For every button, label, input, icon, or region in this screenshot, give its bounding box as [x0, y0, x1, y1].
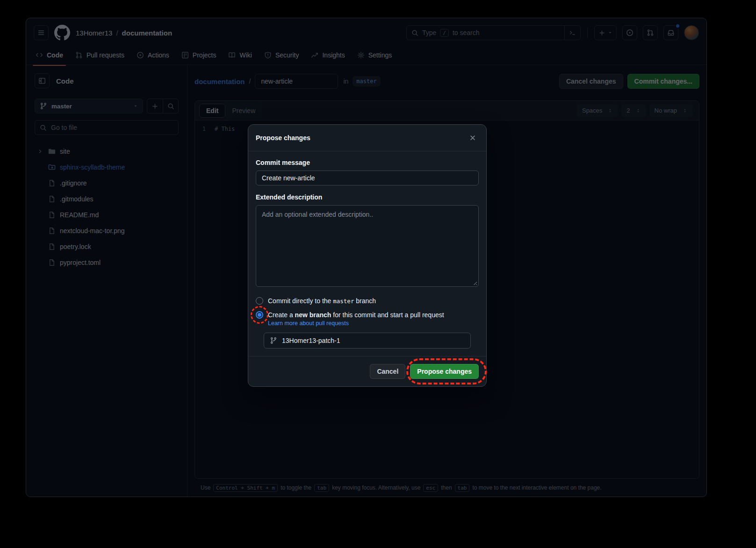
tab-actions[interactable]: Actions [133, 49, 173, 62]
gear-icon [357, 51, 365, 59]
cancel-changes-button[interactable]: Cancel changes [559, 74, 623, 89]
dialog-footer: Cancel Propose changes [248, 356, 486, 386]
git-pull-request-icon [647, 29, 654, 36]
new-branch-name-field [264, 333, 471, 349]
git-branch-icon [270, 337, 277, 344]
github-logo[interactable] [54, 25, 70, 41]
collapse-sidebar-button[interactable] [35, 73, 50, 88]
tree-item-poetry-lock[interactable]: poetry.lock [35, 239, 179, 255]
chevron-right-icon[interactable] [36, 148, 44, 155]
tab-wiki[interactable]: Wiki [224, 49, 255, 62]
new-branch-name-input[interactable] [282, 337, 465, 344]
tree-item-gitignore[interactable]: .gitignore [35, 175, 179, 191]
search-files-button[interactable] [163, 99, 178, 113]
tab-settings-label: Settings [368, 51, 392, 59]
avatar[interactable] [684, 25, 699, 40]
file-icon [48, 227, 56, 235]
sidebar-panel-icon [38, 77, 46, 85]
folder-icon [48, 148, 56, 155]
header-divider [587, 28, 588, 38]
pull-requests-button[interactable] [643, 25, 658, 40]
indent-mode-select[interactable]: Spaces [577, 104, 618, 117]
commit-target-options: Commit directly to the master branch Cre… [256, 296, 479, 320]
tree-item-pyproject-toml[interactable]: pyproject.toml [35, 255, 179, 270]
tab-insights[interactable]: Insights [307, 49, 348, 62]
learn-more-link[interactable]: Learn more about pull requests [268, 320, 349, 327]
branch-selector[interactable]: master [35, 99, 143, 114]
tab-security[interactable]: Security [260, 49, 303, 62]
breadcrumb-separator: / [249, 78, 251, 85]
tab-settings[interactable]: Settings [353, 49, 396, 62]
cancel-button[interactable]: Cancel [370, 364, 405, 379]
radio-commit-direct-label: Commit directly to the master branch [268, 296, 376, 306]
plus-icon [151, 103, 158, 110]
hint-text: to move to the next interactive element … [472, 484, 601, 491]
commit-changes-button[interactable]: Commit changes... [627, 74, 699, 89]
tree-item-sphinx-scylladb-theme[interactable]: sphinx-scylladb-theme [35, 159, 179, 175]
updown-caret-icon [636, 107, 641, 114]
create-new-button[interactable] [594, 25, 617, 40]
close-dialog-button[interactable] [467, 132, 479, 144]
tree-item-label: .gitignore [60, 179, 87, 187]
tree-item-label: nextcloud-mac-tor.png [60, 227, 125, 235]
indent-size-select[interactable]: 2 [621, 104, 645, 117]
updown-caret-icon [683, 107, 687, 114]
breadcrumb-separator: / [116, 29, 118, 37]
search-icon [411, 29, 418, 36]
breadcrumb-repo-link[interactable]: documentation [194, 78, 245, 85]
filename-input[interactable] [255, 74, 338, 89]
github-page: 13Homer13 / documentation Type / to sear… [26, 18, 707, 497]
shield-icon [264, 51, 272, 59]
command-palette-icon[interactable] [564, 26, 580, 40]
in-label: in [343, 78, 348, 85]
commit-message-label: Commit message [256, 159, 479, 166]
propose-changes-button[interactable]: Propose changes [410, 364, 479, 379]
radio-create-branch[interactable]: Create a new branch for this commit and … [256, 310, 479, 320]
line-number: 1 [195, 126, 215, 478]
tab-wiki-label: Wiki [239, 51, 252, 59]
file-submodule-icon [48, 164, 56, 171]
file-tree-sidebar: Code master [26, 65, 187, 497]
tab-preview[interactable]: Preview [225, 104, 262, 118]
tree-item-label: sphinx-scylladb-theme [60, 164, 125, 171]
radio-selected-icon[interactable] [256, 311, 263, 319]
breadcrumb: 13Homer13 / documentation [76, 29, 172, 37]
tree-item-label: poetry.lock [60, 243, 91, 250]
sidebar-actions [147, 99, 179, 114]
editor-toolbar: Edit Preview Spaces 2 [195, 101, 699, 121]
commit-message-input[interactable] [256, 171, 479, 185]
tab-edit[interactable]: Edit [199, 104, 225, 118]
inbox-icon [667, 29, 675, 36]
wrap-mode-select[interactable]: No wrap [649, 104, 692, 117]
radio-unselected-icon[interactable] [256, 297, 263, 305]
editor-actions: Cancel changes Commit changes... [559, 74, 699, 89]
search-icon [167, 103, 174, 110]
global-search-input[interactable]: Type / to search [406, 25, 581, 40]
propose-changes-dialog: Propose changes Commit message Extended … [248, 124, 487, 387]
tab-code-label: Code [47, 51, 63, 59]
go-to-file-input[interactable]: Go to file [35, 120, 179, 135]
octocat-icon [54, 25, 70, 41]
git-branch-icon [40, 102, 47, 110]
tab-security-label: Security [275, 51, 299, 59]
hamburger-menu-button[interactable] [34, 25, 49, 40]
tree-item-readme[interactable]: README.md [35, 207, 179, 223]
add-file-button[interactable] [147, 99, 163, 113]
tree-item-nextcloud-mac-tor[interactable]: nextcloud-mac-tor.png [35, 223, 179, 239]
issue-opened-icon [626, 29, 634, 36]
tab-projects[interactable]: Projects [178, 49, 220, 62]
tab-code[interactable]: Code [32, 49, 67, 62]
tab-pull-requests[interactable]: Pull requests [72, 49, 128, 62]
breadcrumb-owner[interactable]: 13Homer13 [76, 29, 112, 37]
radio-commit-direct[interactable]: Commit directly to the master branch [256, 296, 479, 306]
tree-item-label: .gitmodules [60, 195, 94, 203]
tree-item-gitmodules[interactable]: .gitmodules [35, 191, 179, 207]
extended-description-textarea[interactable] [256, 205, 479, 287]
file-icon [48, 179, 56, 187]
kbd-shortcut: esc [423, 484, 438, 492]
hint-text: Use [201, 484, 210, 491]
issues-button[interactable] [622, 25, 637, 40]
breadcrumb-repo[interactable]: documentation [122, 29, 173, 37]
dialog-title: Propose changes [256, 134, 310, 142]
tree-item-site[interactable]: site [35, 143, 179, 159]
